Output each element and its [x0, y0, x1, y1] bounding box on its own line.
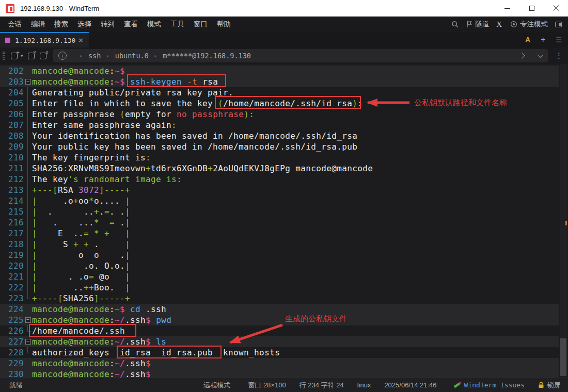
terminal[interactable]: 202mancode@mancode:~$203mancode@mancode:… — [0, 64, 568, 378]
terminal-text: Your public key has been saved in /home/… — [32, 141, 357, 152]
tab-status-icon — [5, 38, 10, 43]
terminal-scrollbar[interactable] — [560, 64, 567, 378]
new-tab-dropdown-icon[interactable]: ▾ — [21, 53, 23, 58]
fold-gutter — [24, 66, 32, 76]
reopen-tab-icon[interactable] — [40, 53, 46, 59]
maximize-button[interactable] — [519, 0, 544, 17]
line-number: 211 — [0, 163, 24, 174]
layout-panel-icon[interactable] — [555, 22, 562, 27]
menu-bar-right: 隧道 X 专注模式 — [451, 20, 568, 29]
x-server-button[interactable]: X — [496, 20, 502, 29]
line-number: 205 — [0, 98, 24, 109]
menu-bar: 会话编辑搜索选择转到查看模式工具窗口帮助 隧道 X 专注模式 — [0, 17, 568, 32]
menu-item-9[interactable]: 帮助 — [212, 17, 235, 32]
close-button[interactable] — [544, 0, 568, 17]
line-number: 216 — [0, 217, 24, 228]
line-number: 230 — [0, 369, 24, 378]
fold-gutter — [24, 163, 32, 174]
window-title: 192.168.9.130 - WindTerm — [20, 5, 99, 12]
session-list-icon[interactable]: ☰ — [556, 36, 562, 44]
line-number: 227 — [0, 336, 24, 347]
breadcrumb-item-2[interactable]: m******@192.168.9.130 — [163, 52, 251, 60]
status-os: linux — [357, 381, 371, 389]
fold-gutter — [24, 109, 32, 120]
terminal-line-223: 223+----[SHA256]-----+ — [0, 293, 559, 304]
maximize-icon — [529, 6, 534, 11]
session-tab[interactable]: 1.192.168.9.130 ✕ — [0, 32, 89, 47]
breadcrumb-arrow-icon: ▸ — [154, 53, 157, 58]
tunnel-label: 隧道 — [475, 20, 489, 29]
fold-gutter — [24, 98, 32, 109]
new-tab-icon[interactable] — [11, 53, 18, 59]
terminal-line-218: 218| S + + . | — [0, 239, 559, 250]
scrollbar-thumb[interactable] — [560, 338, 566, 376]
fold-gutter — [24, 130, 32, 141]
terminal-line-207: 207Enter same passphrase again: — [0, 120, 559, 130]
info-icon[interactable]: i — [58, 52, 67, 60]
terminal-text: | ..++Boo. | — [32, 282, 130, 293]
menu-item-1[interactable]: 编辑 — [26, 17, 50, 32]
terminal-text: Your identification has been saved in /h… — [32, 130, 357, 141]
line-number: 204 — [0, 87, 24, 98]
menu-item-3[interactable]: 选择 — [73, 17, 96, 32]
line-number: 219 — [0, 250, 24, 260]
title-bar: 192.168.9.130 - WindTerm — [0, 0, 568, 17]
tab-close-icon[interactable]: ✕ — [78, 37, 84, 44]
close-tab-icon[interactable] — [28, 53, 35, 59]
focus-mode-button[interactable]: 专注模式 — [510, 20, 548, 29]
fold-gutter — [24, 282, 32, 293]
status-datetime: 2025/06/14 21:46 — [384, 381, 436, 389]
menu-item-2[interactable]: 搜索 — [50, 17, 73, 32]
focus-icon — [510, 21, 517, 28]
menu-item-7[interactable]: 工具 — [166, 17, 189, 32]
breadcrumb-item-0[interactable]: ssh — [88, 52, 101, 60]
lock-screen-label: 锁屏 — [547, 381, 561, 390]
minimize-button[interactable] — [495, 0, 519, 17]
line-number: 226 — [0, 325, 24, 336]
annotation-note-key-files: 生成的公私钥文件 — [285, 314, 347, 324]
menu-item-4[interactable]: 转到 — [96, 17, 119, 32]
terminal-text: | .o+oo*o.... | — [32, 195, 130, 206]
terminal-line-224: 224mancode@mancode:~$ cd .ssh — [0, 304, 559, 315]
terminal-text: mancode@mancode:~$ cd .ssh — [32, 304, 166, 315]
lock-screen-button[interactable]: 锁屏 — [538, 381, 561, 390]
line-number: 208 — [0, 130, 24, 141]
bug-icon — [453, 382, 461, 388]
fold-gutter — [24, 369, 32, 378]
fold-toggle-icon[interactable] — [24, 76, 32, 87]
status-remote-mode[interactable]: 远程模式 — [203, 381, 230, 390]
terminal-text: +----[SHA256]-----+ — [32, 293, 130, 304]
new-session-icon[interactable]: + — [541, 35, 545, 44]
menu-item-8[interactable]: 窗口 — [189, 17, 212, 32]
fold-toggle-icon[interactable] — [24, 336, 32, 347]
menu-item-6[interactable]: 模式 — [143, 17, 166, 32]
terminal-line-228: 228authorized_keys id_rsa id_rsa.pub kno… — [0, 347, 559, 358]
line-number: 215 — [0, 206, 24, 217]
fold-gutter — [24, 185, 32, 195]
terminal-line-211: 211SHA256:XRNvM8S9Imeovwn+td6rx6XGnDB+2A… — [0, 163, 559, 174]
address-bar[interactable]: i ▸ssh▸ubuntu.0▸m******@192.168.9.130 — [53, 49, 548, 62]
run-chevron-icon[interactable] — [519, 53, 525, 58]
toolbar-grip[interactable] — [3, 52, 5, 60]
fold-gutter — [24, 206, 32, 217]
menu-item-0[interactable]: 会话 — [3, 17, 26, 32]
annotation-box-key-path — [215, 96, 361, 109]
fold-gutter — [24, 228, 32, 239]
line-number: 212 — [0, 174, 24, 185]
status-cursor-position[interactable]: 行 234 字符 24 — [299, 381, 344, 390]
search-button[interactable] — [451, 21, 459, 28]
font-size-icon[interactable]: A — [525, 36, 530, 44]
tunnel-button[interactable]: 隧道 — [466, 20, 489, 29]
fold-gutter — [24, 250, 32, 260]
toolbar-more-icon[interactable]: ⋮ — [555, 51, 563, 60]
breadcrumb-arrow-icon: ▸ — [106, 53, 109, 58]
status-window-size[interactable]: 窗口 28×100 — [248, 381, 286, 390]
line-number: 214 — [0, 195, 24, 206]
history-dropdown-icon[interactable] — [538, 52, 543, 58]
close-icon — [553, 5, 559, 11]
breadcrumb-item-1[interactable]: ubuntu.0 — [115, 52, 149, 60]
windterm-issues-link[interactable]: WindTerm Issues — [453, 381, 525, 389]
line-number: 207 — [0, 120, 24, 130]
flag-icon — [466, 21, 472, 28]
menu-item-5[interactable]: 查看 — [119, 17, 143, 32]
